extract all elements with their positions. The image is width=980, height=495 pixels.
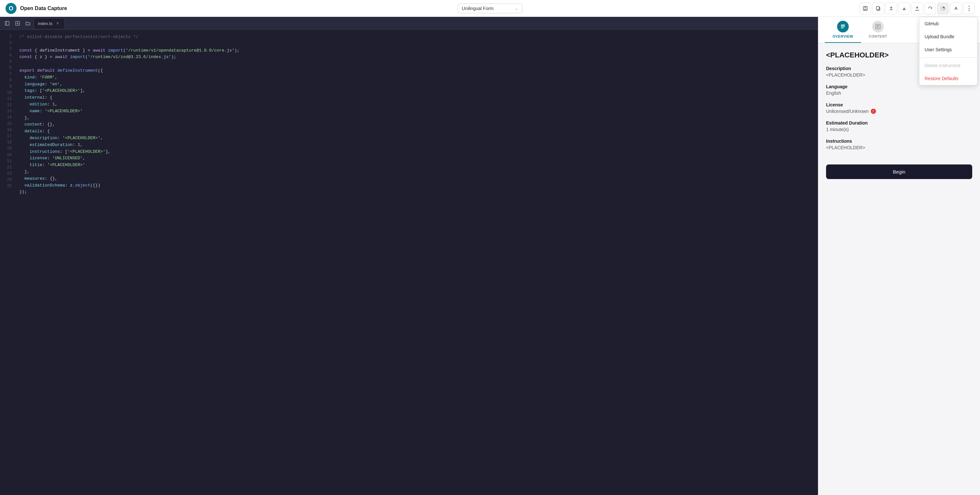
language-value: English	[826, 91, 972, 96]
editor-panel: index.ts ✕ 12345678910111213141516171819…	[0, 17, 818, 495]
dropdown-menu: GitHub Upload Bundle User Settings Delet…	[919, 17, 977, 85]
dropdown-delete-instrument: Delete Instrument	[920, 59, 977, 72]
tab-overview-label: OVERVIEW	[832, 34, 853, 38]
upload-icon-btn[interactable]	[885, 3, 897, 14]
right-panel-content: <PLACEHOLDER> Description <PLACEHOLDER> …	[818, 43, 980, 495]
sidebar-toggle-btn[interactable]	[3, 19, 12, 28]
instructions-section: Instructions <PLACEHOLDER>	[826, 139, 972, 150]
form-selector-text: Unilingual Form	[462, 6, 493, 11]
svg-rect-6	[876, 6, 879, 10]
estimated-duration-label: Estimated Duration	[826, 120, 972, 126]
app-logo-icon: O	[5, 3, 17, 14]
more-options-btn[interactable]: ⋮	[963, 3, 975, 14]
file-explorer-btn[interactable]	[23, 19, 32, 28]
copy-icon-btn[interactable]	[872, 3, 884, 14]
license-label: License	[826, 102, 972, 107]
translate-icon-btn[interactable]: A	[950, 3, 962, 14]
tab-filename: index.ts	[38, 21, 52, 26]
begin-button[interactable]: Begin	[826, 164, 972, 179]
dropdown-divider	[920, 57, 977, 58]
app-title: Open Data Capture	[20, 5, 67, 11]
instructions-value: <PLACEHOLDER>	[826, 145, 972, 150]
estimated-duration-value: 1 minute(s)	[826, 127, 972, 132]
header-left: O Open Data Capture	[5, 3, 67, 14]
right-panel: OVERVIEW CONTENT <PLACEHOLDER> Descripti…	[818, 17, 980, 495]
license-warning-icon: !	[871, 109, 876, 114]
refresh-icon-btn[interactable]	[924, 3, 936, 14]
estimated-duration-section: Estimated Duration 1 minute(s)	[826, 120, 972, 132]
tab-close-btn[interactable]: ✕	[55, 21, 60, 26]
chevron-down-icon: ⌄	[515, 6, 518, 11]
tab-content-label: CONTENT	[869, 34, 887, 38]
editor-tab-indexts[interactable]: index.ts ✕	[34, 18, 65, 29]
upload2-icon-btn[interactable]	[911, 3, 923, 14]
new-file-btn[interactable]	[13, 19, 22, 28]
content-tab-icon	[872, 21, 884, 32]
svg-rect-3	[864, 6, 866, 8]
license-value: Unlicensed/Unknown !	[826, 109, 972, 114]
instructions-label: Instructions	[826, 139, 972, 144]
code-editor[interactable]: 1234567891011121314151617181920212223242…	[0, 30, 818, 495]
line-numbers: 1234567891011121314151617181920212223242…	[0, 30, 14, 495]
tab-content[interactable]: CONTENT	[861, 17, 895, 43]
dropdown-restore-defaults[interactable]: Restore Defaults	[920, 72, 977, 85]
download-icon-btn[interactable]	[898, 3, 910, 14]
theme-icon-btn[interactable]	[937, 3, 949, 14]
save-icon-btn[interactable]	[859, 3, 871, 14]
language-section: Language English	[826, 84, 972, 96]
header-right: A ⋮	[859, 3, 975, 14]
overview-tab-icon	[837, 21, 849, 32]
editor-tabs: index.ts ✕	[0, 17, 818, 30]
form-selector[interactable]: Unilingual Form ⌄	[458, 3, 522, 13]
main-container: index.ts ✕ 12345678910111213141516171819…	[0, 17, 980, 495]
svg-text:O: O	[9, 5, 13, 12]
tab-overview[interactable]: OVERVIEW	[825, 17, 861, 43]
header-center: Unilingual Form ⌄	[458, 3, 522, 13]
code-content[interactable]: /* eslint-disable perfectionist/sort-obj…	[14, 30, 818, 495]
app-header: O Open Data Capture Unilingual Form ⌄	[0, 0, 980, 17]
license-section: License Unlicensed/Unknown !	[826, 102, 972, 114]
svg-rect-4	[864, 9, 867, 10]
svg-rect-7	[5, 21, 9, 25]
dropdown-upload-bundle[interactable]: Upload Bundle	[920, 30, 977, 43]
dropdown-user-settings[interactable]: User Settings	[920, 43, 977, 56]
dropdown-github[interactable]: GitHub	[920, 17, 977, 30]
